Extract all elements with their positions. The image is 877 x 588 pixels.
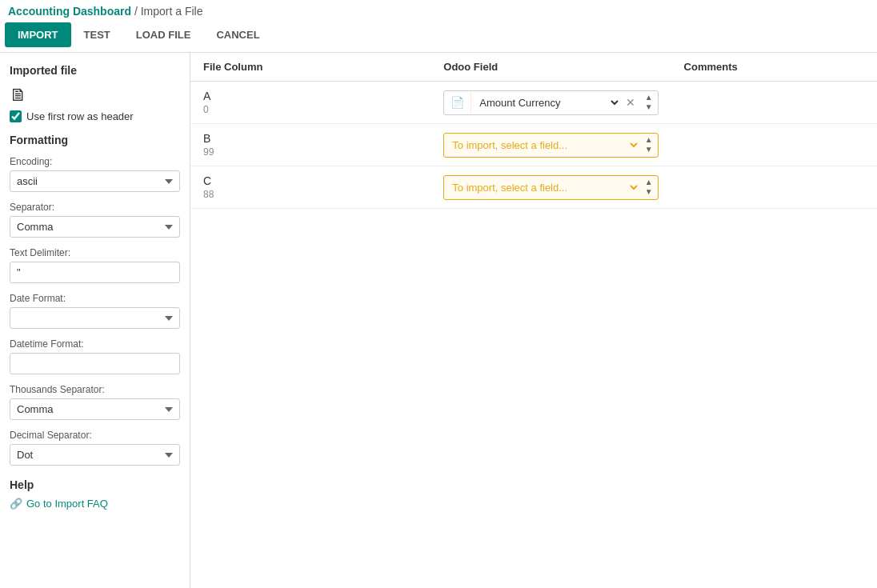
page-title: Import a File (141, 5, 203, 18)
table-header: File Column Odoo Field Comments (190, 53, 877, 82)
load-file-button[interactable]: LOAD FILE (123, 22, 204, 47)
odoo-field-wrapper: To import, select a field... ▲▼ (443, 175, 658, 200)
odoo-field-wrapper: To import, select a field... ▲▼ (443, 133, 658, 158)
encoding-wrapper: ascii (10, 170, 180, 192)
spinner-button[interactable]: ▲▼ (640, 91, 658, 114)
date-format-group: Date Format: (10, 293, 180, 329)
comments-col-0 (671, 82, 877, 124)
comments-col-1 (671, 124, 877, 166)
date-format-wrapper (10, 307, 180, 329)
encoding-select[interactable]: ascii (10, 170, 180, 192)
text-delimiter-group: Text Delimiter: (10, 247, 180, 283)
date-format-label: Date Format: (10, 293, 180, 304)
decimal-separator-select[interactable]: Dot (10, 444, 180, 466)
import-button[interactable]: IMPORT (5, 22, 71, 47)
odoo-field-select[interactable]: Amount Currency (471, 91, 620, 114)
file-col-1: B 99 (190, 124, 430, 166)
field-doc-icon: 📄 (444, 91, 471, 114)
separator-label: Separator: (10, 202, 180, 213)
sidebar: Imported file 🗎 Use first row as header … (0, 53, 190, 588)
help-title: Help (10, 478, 180, 491)
main-layout: Imported file 🗎 Use first row as header … (0, 52, 877, 588)
decimal-separator-label: Decimal Separator: (10, 430, 180, 441)
breadcrumb-separator: / (131, 5, 141, 18)
encoding-group: Encoding: ascii (10, 156, 180, 192)
table-row: C 88 To import, select a field... ▲▼ (190, 166, 877, 209)
col-odoo-header: Odoo Field (430, 53, 671, 82)
separator-wrapper: Comma (10, 216, 180, 238)
text-delimiter-input[interactable] (10, 262, 180, 283)
use-first-row-row: Use first row as header (10, 110, 180, 122)
spinner-button[interactable]: ▲▼ (640, 134, 658, 156)
odoo-col-1: To import, select a field... ▲▼ (430, 124, 671, 166)
odoo-field-wrapper: 📄 Amount Currency ✕ ▲▼ (443, 90, 658, 115)
odoo-col-0: 📄 Amount Currency ✕ ▲▼ (430, 82, 671, 124)
datetime-format-group: Datetime Format: (10, 338, 180, 374)
use-first-row-checkbox[interactable] (10, 110, 22, 122)
datetime-format-label: Datetime Format: (10, 338, 180, 350)
external-link-icon: 🔗 (10, 498, 22, 510)
encoding-label: Encoding: (10, 156, 180, 167)
help-link-label: Go to Import FAQ (26, 498, 108, 510)
use-first-row-label: Use first row as header (26, 110, 134, 122)
file-icon: 🗎 (10, 85, 180, 106)
col-value: 0 (203, 104, 418, 115)
comments-col-2 (671, 166, 877, 209)
clear-field-button[interactable]: ✕ (621, 91, 640, 114)
thousands-separator-select[interactable]: Comma (10, 398, 180, 420)
toolbar: IMPORT TEST LOAD FILE CANCEL (0, 22, 877, 52)
datetime-format-input[interactable] (10, 353, 180, 374)
col-file-header: File Column (190, 53, 430, 82)
table-body: A 0 📄 Amount Currency ✕ ▲▼ B 99 To impor… (190, 82, 877, 209)
thousands-separator-group: Thousands Separator: Comma (10, 384, 180, 420)
separator-select[interactable]: Comma (10, 216, 180, 238)
imported-file-title: Imported file (10, 64, 180, 77)
formatting-title: Formatting (10, 134, 180, 146)
odoo-field-select[interactable]: To import, select a field... (444, 176, 639, 199)
table-row: B 99 To import, select a field... ▲▼ (190, 124, 877, 166)
file-col-0: A 0 (190, 82, 430, 124)
help-link[interactable]: 🔗 Go to Import FAQ (10, 498, 180, 510)
odoo-field-select[interactable]: To import, select a field... (444, 134, 639, 157)
import-table: File Column Odoo Field Comments A 0 📄 Am… (190, 53, 877, 209)
col-letter: A (203, 90, 418, 102)
cancel-button[interactable]: CANCEL (203, 22, 272, 47)
test-button[interactable]: TEST (71, 22, 123, 47)
header-row: File Column Odoo Field Comments (190, 53, 877, 82)
table-row: A 0 📄 Amount Currency ✕ ▲▼ (190, 82, 877, 124)
decimal-separator-group: Decimal Separator: Dot (10, 430, 180, 466)
breadcrumb: Accounting Dashboard / Import a File (0, 0, 877, 22)
date-format-select[interactable] (10, 307, 180, 329)
col-value: 88 (203, 189, 418, 200)
decimal-separator-wrapper: Dot (10, 444, 180, 466)
app-link[interactable]: Accounting Dashboard (8, 5, 131, 18)
thousands-separator-wrapper: Comma (10, 398, 180, 420)
odoo-col-2: To import, select a field... ▲▼ (430, 166, 671, 209)
spinner-button[interactable]: ▲▼ (640, 176, 658, 198)
col-comments-header: Comments (671, 53, 877, 82)
col-letter: B (203, 132, 418, 145)
separator-group: Separator: Comma (10, 202, 180, 238)
content-area: File Column Odoo Field Comments A 0 📄 Am… (190, 53, 877, 588)
col-letter: C (203, 174, 418, 187)
col-value: 99 (203, 146, 418, 158)
file-col-2: C 88 (190, 166, 430, 209)
text-delimiter-label: Text Delimiter: (10, 247, 180, 258)
thousands-separator-label: Thousands Separator: (10, 384, 180, 395)
